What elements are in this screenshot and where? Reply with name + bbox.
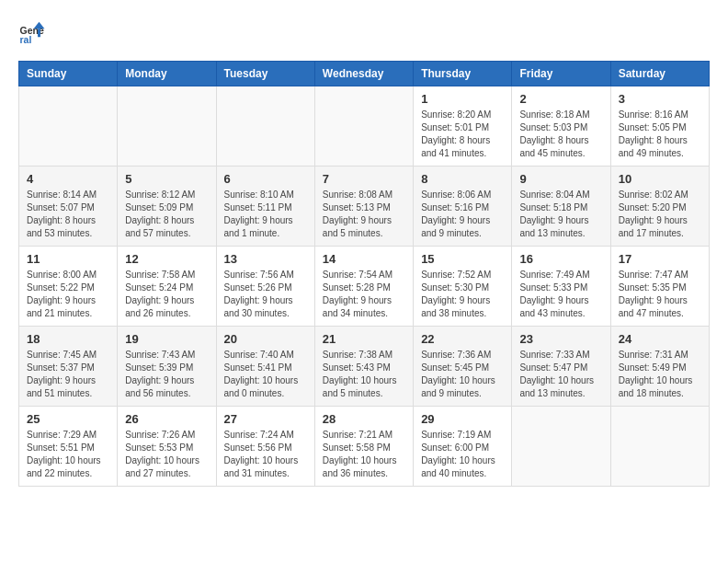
calendar-cell: 23Sunrise: 7:33 AM Sunset: 5:47 PM Dayli… bbox=[512, 327, 610, 407]
calendar-cell: 27Sunrise: 7:24 AM Sunset: 5:56 PM Dayli… bbox=[216, 407, 314, 487]
day-content: Sunrise: 8:18 AM Sunset: 5:03 PM Dayligh… bbox=[519, 109, 602, 160]
day-content: Sunrise: 8:04 AM Sunset: 5:18 PM Dayligh… bbox=[519, 189, 602, 240]
calendar-cell bbox=[512, 407, 610, 487]
day-content: Sunrise: 8:12 AM Sunset: 5:09 PM Dayligh… bbox=[125, 189, 208, 240]
calendar-cell: 7Sunrise: 8:08 AM Sunset: 5:13 PM Daylig… bbox=[314, 167, 413, 247]
day-content: Sunrise: 7:58 AM Sunset: 5:24 PM Dayligh… bbox=[125, 269, 208, 320]
day-number: 28 bbox=[323, 412, 405, 426]
day-number: 23 bbox=[519, 332, 602, 346]
day-content: Sunrise: 8:14 AM Sunset: 5:07 PM Dayligh… bbox=[27, 189, 109, 240]
calendar-cell: 29Sunrise: 7:19 AM Sunset: 6:00 PM Dayli… bbox=[414, 407, 512, 487]
day-content: Sunrise: 7:19 AM Sunset: 6:00 PM Dayligh… bbox=[421, 429, 504, 480]
day-content: Sunrise: 7:21 AM Sunset: 5:58 PM Dayligh… bbox=[323, 429, 405, 480]
day-number: 25 bbox=[27, 412, 109, 426]
day-number: 24 bbox=[619, 332, 701, 346]
calendar-week-4: 25Sunrise: 7:29 AM Sunset: 5:51 PM Dayli… bbox=[19, 407, 710, 487]
day-content: Sunrise: 7:36 AM Sunset: 5:45 PM Dayligh… bbox=[421, 349, 504, 400]
header-tuesday: Tuesday bbox=[216, 62, 314, 86]
header-monday: Monday bbox=[118, 62, 216, 86]
day-number: 20 bbox=[224, 332, 307, 346]
logo: Gene ral bbox=[18, 18, 50, 46]
calendar-week-0: 1Sunrise: 8:20 AM Sunset: 5:01 PM Daylig… bbox=[19, 86, 710, 167]
day-number: 29 bbox=[421, 412, 504, 426]
calendar-cell: 24Sunrise: 7:31 AM Sunset: 5:49 PM Dayli… bbox=[610, 327, 709, 407]
day-content: Sunrise: 7:56 AM Sunset: 5:26 PM Dayligh… bbox=[224, 269, 307, 320]
day-number: 15 bbox=[421, 252, 504, 266]
svg-rect-3 bbox=[38, 29, 40, 37]
calendar-week-1: 4Sunrise: 8:14 AM Sunset: 5:07 PM Daylig… bbox=[19, 167, 710, 247]
calendar-cell: 18Sunrise: 7:45 AM Sunset: 5:37 PM Dayli… bbox=[19, 327, 118, 407]
day-number: 5 bbox=[125, 172, 208, 186]
day-number: 7 bbox=[323, 172, 405, 186]
day-number: 16 bbox=[519, 252, 602, 266]
day-content: Sunrise: 7:24 AM Sunset: 5:56 PM Dayligh… bbox=[224, 429, 307, 480]
calendar-cell: 20Sunrise: 7:40 AM Sunset: 5:41 PM Dayli… bbox=[216, 327, 314, 407]
calendar-cell: 6Sunrise: 8:10 AM Sunset: 5:11 PM Daylig… bbox=[216, 167, 314, 247]
day-number: 4 bbox=[27, 172, 109, 186]
day-number: 21 bbox=[323, 332, 405, 346]
day-number: 10 bbox=[619, 172, 701, 186]
calendar-cell: 3Sunrise: 8:16 AM Sunset: 5:05 PM Daylig… bbox=[610, 86, 709, 167]
calendar-header-row: SundayMondayTuesdayWednesdayThursdayFrid… bbox=[19, 62, 710, 86]
calendar-cell: 8Sunrise: 8:06 AM Sunset: 5:16 PM Daylig… bbox=[414, 167, 512, 247]
day-content: Sunrise: 7:49 AM Sunset: 5:33 PM Dayligh… bbox=[519, 269, 602, 320]
calendar-cell bbox=[216, 86, 314, 167]
calendar-cell bbox=[118, 86, 216, 167]
calendar-cell: 10Sunrise: 8:02 AM Sunset: 5:20 PM Dayli… bbox=[610, 167, 709, 247]
calendar-cell: 12Sunrise: 7:58 AM Sunset: 5:24 PM Dayli… bbox=[118, 247, 216, 327]
day-content: Sunrise: 8:10 AM Sunset: 5:11 PM Dayligh… bbox=[224, 189, 307, 240]
day-number: 19 bbox=[125, 332, 208, 346]
header-wednesday: Wednesday bbox=[314, 62, 413, 86]
logo-icon: Gene ral bbox=[18, 18, 46, 46]
header-saturday: Saturday bbox=[610, 62, 709, 86]
calendar-week-2: 11Sunrise: 8:00 AM Sunset: 5:22 PM Dayli… bbox=[19, 247, 710, 327]
day-content: Sunrise: 7:45 AM Sunset: 5:37 PM Dayligh… bbox=[27, 349, 109, 400]
day-content: Sunrise: 7:29 AM Sunset: 5:51 PM Dayligh… bbox=[27, 429, 109, 480]
calendar-cell bbox=[19, 86, 118, 167]
day-number: 12 bbox=[125, 252, 208, 266]
day-number: 11 bbox=[27, 252, 109, 266]
calendar-cell: 21Sunrise: 7:38 AM Sunset: 5:43 PM Dayli… bbox=[314, 327, 413, 407]
calendar-cell bbox=[314, 86, 413, 167]
header-sunday: Sunday bbox=[19, 62, 118, 86]
day-content: Sunrise: 8:00 AM Sunset: 5:22 PM Dayligh… bbox=[27, 269, 109, 320]
calendar-cell: 14Sunrise: 7:54 AM Sunset: 5:28 PM Dayli… bbox=[314, 247, 413, 327]
calendar-cell bbox=[610, 407, 709, 487]
page-header: Gene ral bbox=[18, 18, 710, 46]
day-number: 14 bbox=[323, 252, 405, 266]
calendar-cell: 25Sunrise: 7:29 AM Sunset: 5:51 PM Dayli… bbox=[19, 407, 118, 487]
calendar-cell: 13Sunrise: 7:56 AM Sunset: 5:26 PM Dayli… bbox=[216, 247, 314, 327]
calendar-table: SundayMondayTuesdayWednesdayThursdayFrid… bbox=[18, 61, 710, 487]
day-number: 6 bbox=[224, 172, 307, 186]
day-content: Sunrise: 8:16 AM Sunset: 5:05 PM Dayligh… bbox=[619, 109, 701, 160]
day-content: Sunrise: 7:43 AM Sunset: 5:39 PM Dayligh… bbox=[125, 349, 208, 400]
day-number: 13 bbox=[224, 252, 307, 266]
day-number: 17 bbox=[619, 252, 701, 266]
header-friday: Friday bbox=[512, 62, 610, 86]
day-number: 9 bbox=[519, 172, 602, 186]
calendar-cell: 26Sunrise: 7:26 AM Sunset: 5:53 PM Dayli… bbox=[118, 407, 216, 487]
day-number: 27 bbox=[224, 412, 307, 426]
calendar-cell: 22Sunrise: 7:36 AM Sunset: 5:45 PM Dayli… bbox=[414, 327, 512, 407]
calendar-cell: 1Sunrise: 8:20 AM Sunset: 5:01 PM Daylig… bbox=[414, 86, 512, 167]
calendar-cell: 19Sunrise: 7:43 AM Sunset: 5:39 PM Dayli… bbox=[118, 327, 216, 407]
day-content: Sunrise: 7:38 AM Sunset: 5:43 PM Dayligh… bbox=[323, 349, 405, 400]
day-number: 18 bbox=[27, 332, 109, 346]
svg-text:ral: ral bbox=[20, 34, 32, 45]
calendar-cell: 4Sunrise: 8:14 AM Sunset: 5:07 PM Daylig… bbox=[19, 167, 118, 247]
day-number: 26 bbox=[125, 412, 208, 426]
day-number: 8 bbox=[421, 172, 504, 186]
day-content: Sunrise: 8:02 AM Sunset: 5:20 PM Dayligh… bbox=[619, 189, 701, 240]
day-content: Sunrise: 8:06 AM Sunset: 5:16 PM Dayligh… bbox=[421, 189, 504, 240]
day-content: Sunrise: 7:26 AM Sunset: 5:53 PM Dayligh… bbox=[125, 429, 208, 480]
calendar-cell: 9Sunrise: 8:04 AM Sunset: 5:18 PM Daylig… bbox=[512, 167, 610, 247]
calendar-week-3: 18Sunrise: 7:45 AM Sunset: 5:37 PM Dayli… bbox=[19, 327, 710, 407]
calendar-cell: 15Sunrise: 7:52 AM Sunset: 5:30 PM Dayli… bbox=[414, 247, 512, 327]
calendar-cell: 16Sunrise: 7:49 AM Sunset: 5:33 PM Dayli… bbox=[512, 247, 610, 327]
calendar-cell: 11Sunrise: 8:00 AM Sunset: 5:22 PM Dayli… bbox=[19, 247, 118, 327]
day-content: Sunrise: 7:54 AM Sunset: 5:28 PM Dayligh… bbox=[323, 269, 405, 320]
day-content: Sunrise: 8:08 AM Sunset: 5:13 PM Dayligh… bbox=[323, 189, 405, 240]
day-content: Sunrise: 7:33 AM Sunset: 5:47 PM Dayligh… bbox=[519, 349, 602, 400]
day-number: 2 bbox=[519, 92, 602, 106]
calendar-cell: 28Sunrise: 7:21 AM Sunset: 5:58 PM Dayli… bbox=[314, 407, 413, 487]
